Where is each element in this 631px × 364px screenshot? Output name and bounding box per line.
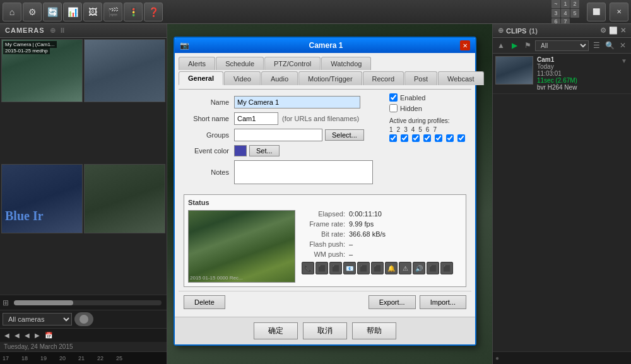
dialog-overlay: 📷 Camera 1 ✕ Alerts Schedule PTZ/Control…: [167, 24, 492, 364]
settings-icon[interactable]: ⚙: [23, 3, 42, 21]
toggle-btn[interactable]: [74, 312, 93, 326]
camera-settings-dialog: 📷 Camera 1 ✕ Alerts Schedule PTZ/Control…: [174, 37, 476, 346]
status-icon-2[interactable]: ⬛: [316, 262, 328, 274]
status-icon-3[interactable]: ⬛: [329, 262, 342, 274]
status-icon-8[interactable]: ⚠: [399, 262, 411, 274]
clip-arrow-icon[interactable]: ▲: [495, 40, 507, 51]
bottom-controls: ◀ ◀ ◀ ▶ 📅: [0, 328, 167, 342]
status-box: Status 2015 01-15 0000 Rec...: [184, 194, 466, 287]
prev2-btn[interactable]: ◀: [23, 331, 32, 339]
select-button[interactable]: Select...: [325, 129, 364, 141]
dialog-title-icon: 📷: [180, 41, 189, 50]
status-icon-11[interactable]: ⬛: [440, 262, 453, 274]
status-icon-4[interactable]: 📧: [343, 262, 356, 274]
clip-item-1[interactable]: Cam1 Today 11:03:01 11sec (2.67M) bvr H2…: [493, 54, 631, 94]
clip-flag-icon[interactable]: ⚑: [522, 40, 533, 51]
camera-thumb-3[interactable]: Blue Ir: [1, 164, 83, 233]
clip-x-icon[interactable]: ✕: [617, 40, 628, 51]
profile-check-3[interactable]: [412, 134, 420, 142]
status-icon-1[interactable]: 📞: [302, 262, 314, 274]
tab-post[interactable]: Post: [404, 71, 437, 85]
camera-preview-4: [85, 165, 165, 233]
tab-webcast[interactable]: Webcast: [438, 71, 484, 85]
prev-btn[interactable]: ◀: [3, 331, 11, 339]
chart-icon[interactable]: 📊: [63, 3, 82, 21]
notes-label: Notes: [184, 168, 234, 176]
profile-numbers: 1 2 3 4 5 6 7: [389, 126, 465, 133]
camera-thumb-1[interactable]: My Camera | (Cam1... 2015-01-25 medhp: [1, 39, 83, 102]
import-button[interactable]: Import...: [420, 295, 466, 309]
signal-icon[interactable]: 🚦: [124, 3, 143, 21]
camera-grid: My Camera | (Cam1... 2015-01-25 medhp Bl…: [0, 38, 167, 295]
groups-input[interactable]: [234, 129, 322, 141]
cameras-dropdown[interactable]: All cameras: [3, 313, 72, 326]
calendar-btn[interactable]: 📅: [43, 331, 54, 339]
stop-btn[interactable]: ◀: [13, 331, 21, 339]
right-bottom: ●: [493, 351, 631, 364]
profile-check-5[interactable]: [435, 134, 442, 142]
clip-menu-icon[interactable]: ☰: [591, 40, 602, 51]
forward-btn[interactable]: ▶: [33, 331, 42, 339]
tab-watchdog[interactable]: Watchdog: [321, 57, 371, 70]
shortname-label: Short name: [184, 115, 234, 122]
close-icon[interactable]: ✕: [610, 3, 628, 21]
shortname-input[interactable]: [234, 112, 278, 125]
camera-thumb-2[interactable]: [84, 39, 165, 102]
status-icon-7[interactable]: 🔔: [385, 262, 398, 274]
profile-check-2[interactable]: [401, 134, 408, 142]
status-icon-5[interactable]: ⬛: [357, 262, 370, 274]
home-icon[interactable]: ⌂: [3, 3, 21, 21]
clip-settings-icon[interactable]: ⚙: [600, 26, 606, 35]
time-17: 17: [3, 355, 9, 361]
status-icon-9[interactable]: 🔊: [413, 262, 425, 274]
clip-window-icon[interactable]: ⬜: [609, 26, 618, 35]
refresh-icon[interactable]: 🔄: [43, 3, 62, 21]
profile-check-6[interactable]: [446, 134, 454, 142]
tab-record[interactable]: Record: [363, 71, 404, 85]
window-icon[interactable]: ⬜: [587, 3, 606, 21]
clips-filter-dropdown[interactable]: All: [535, 40, 589, 51]
status-icon-10[interactable]: ⬛: [427, 262, 439, 274]
clip-close-icon[interactable]: ✕: [620, 26, 626, 35]
dialog-titlebar: 📷 Camera 1 ✕: [175, 38, 475, 53]
profile-check-1[interactable]: [389, 134, 397, 142]
status-icon-6[interactable]: ⬛: [371, 262, 384, 274]
clip-play-icon[interactable]: ▶: [509, 40, 520, 51]
time-21: 21: [78, 355, 85, 361]
set-color-button[interactable]: Set...: [249, 145, 280, 156]
help-button[interactable]: 帮助: [352, 322, 396, 339]
tab-row-2: General Video Audio Motion/Trigger Recor…: [179, 71, 471, 85]
tab-motion[interactable]: Motion/Trigger: [298, 71, 362, 85]
tab-schedule[interactable]: Schedule: [216, 57, 264, 70]
name-input[interactable]: [234, 96, 360, 109]
dialog-title: Camera 1: [309, 41, 343, 50]
elapsed-label: Elapsed:: [302, 210, 349, 218]
tab-audio[interactable]: Audio: [261, 71, 298, 85]
delete-button[interactable]: Delete: [184, 295, 225, 309]
ok-button[interactable]: 确定: [254, 322, 298, 339]
tab-ptz[interactable]: PTZ/Control: [264, 57, 321, 70]
notes-textarea[interactable]: [234, 160, 373, 184]
clip-expand-btn-1[interactable]: ▼: [620, 56, 628, 65]
profile-check-4[interactable]: [423, 134, 431, 142]
camera-thumb-4[interactable]: [84, 164, 165, 233]
hidden-checkbox[interactable]: [389, 104, 398, 112]
tab-video[interactable]: Video: [224, 71, 261, 85]
cancel-button[interactable]: 取消: [303, 322, 347, 339]
layout-icon[interactable]: ⊞: [3, 298, 9, 307]
clip-info-1: Cam1 Today 11:03:01 11sec (2.67M) bvr H2…: [537, 56, 616, 91]
tab-general[interactable]: General: [179, 71, 223, 85]
clip-search-icon[interactable]: 🔍: [604, 40, 615, 51]
image-icon[interactable]: 🖼: [83, 3, 102, 21]
profile-check-7[interactable]: [457, 134, 465, 142]
color-preview[interactable]: [234, 145, 247, 156]
help-icon[interactable]: ❓: [144, 3, 163, 21]
video-icon[interactable]: 🎬: [103, 3, 122, 21]
export-button[interactable]: Export...: [369, 295, 416, 309]
dialog-close-button[interactable]: ✕: [460, 40, 470, 50]
enabled-checkbox[interactable]: [389, 93, 398, 102]
add-clip-icon[interactable]: ⊕: [498, 26, 504, 35]
framerate-row: Frame rate: 9.99 fps: [302, 220, 462, 228]
time-22: 22: [97, 355, 103, 361]
tab-alerts[interactable]: Alerts: [179, 57, 215, 70]
